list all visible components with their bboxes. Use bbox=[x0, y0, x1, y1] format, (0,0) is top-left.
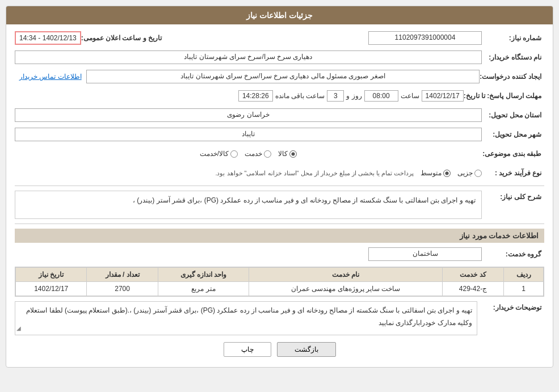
reply-time: 08:00 bbox=[364, 90, 398, 102]
category-khedmat-label: خدمت bbox=[245, 150, 262, 158]
process-jozi-label: جزیی bbox=[457, 169, 473, 177]
services-table: ردیف کد خدمت نام خدمت واحد اندازه گیری ت… bbox=[15, 267, 544, 297]
province-value: خراسان رضوی bbox=[15, 108, 482, 122]
table-row: 1ج-42-429ساخت سایر پروژه‌های مهندسی عمرا… bbox=[16, 282, 544, 296]
process-label: نوع فرآیند خرید : bbox=[482, 169, 544, 177]
category-label: طبقه بندی موضوعی: bbox=[482, 150, 544, 158]
col-unit: واحد اندازه گیری bbox=[158, 268, 249, 282]
date-value: 1402/12/13 - 14:34 bbox=[15, 31, 81, 45]
process-motavasset-item[interactable]: متوسط bbox=[421, 169, 451, 177]
process-note: پرداخت تمام یا بخشی از مبلغ خریدار از مح… bbox=[215, 170, 414, 177]
button-row: بازگشت چاپ bbox=[15, 342, 544, 357]
category-khedmat-item[interactable]: خدمت bbox=[245, 150, 271, 158]
need-desc-label: شرح کلی نیاز: bbox=[482, 191, 544, 201]
category-kala-label: کالا bbox=[278, 150, 288, 158]
reply-remaining-label: ساعت باقی مانده bbox=[275, 92, 325, 100]
reply-days: 3 bbox=[327, 90, 344, 102]
category-both-item[interactable]: کالا/خدمت bbox=[200, 150, 238, 158]
buyer-desc-value: تهیه و اجرای بتن اسفالتی با سنگ شکسته از… bbox=[26, 306, 472, 327]
date-label: تاریخ و ساعت اعلان عمومی: bbox=[81, 34, 165, 42]
panel-header: جزئیات اطلاعات نیاز bbox=[6, 6, 553, 24]
need-number-value: 1102097391000004 bbox=[368, 31, 482, 45]
creator-value: اصغر صبوری مسئول مالی دهیاری سرخ سرا/سرخ… bbox=[86, 70, 480, 83]
buyer-desc-label: توضیحات خریدار: bbox=[482, 301, 544, 311]
reply-date: 1402/12/17 bbox=[422, 90, 464, 102]
col-row-num: ردیف bbox=[504, 268, 544, 282]
category-kala-item[interactable]: کالا bbox=[278, 150, 297, 158]
category-both-radio[interactable] bbox=[230, 150, 238, 158]
col-date: تاریخ نیاز bbox=[16, 268, 87, 282]
category-khedmat-radio[interactable] bbox=[264, 150, 271, 158]
col-service-name: نام خدمت bbox=[249, 268, 443, 282]
city-label: شهر محل تحویل: bbox=[482, 130, 544, 138]
services-section-header: اطلاعات خدمات مورد نیاز bbox=[15, 229, 544, 243]
service-group-value: ساختمان bbox=[368, 247, 482, 261]
need-number-label: شماره نیاز: bbox=[482, 34, 544, 42]
reply-days-label: روز و bbox=[346, 92, 362, 100]
back-button[interactable]: بازگشت bbox=[277, 342, 336, 357]
buyer-desc-box: تهیه و اجرای بتن اسفالتی با سنگ شکسته از… bbox=[15, 301, 477, 335]
process-motavasset-label: متوسط bbox=[421, 169, 442, 177]
service-group-label: گروه خدمت: bbox=[482, 250, 544, 258]
need-desc-value: تهیه و اجرای بتن اسفالتی با سنگ شکسته از… bbox=[15, 191, 482, 219]
process-motavasset-radio[interactable] bbox=[443, 170, 451, 177]
resize-icon: ◢ bbox=[16, 323, 21, 334]
print-button[interactable]: چاپ bbox=[224, 342, 271, 357]
panel-title: جزئیات اطلاعات نیاز bbox=[246, 11, 313, 20]
reply-deadline-label: مهلت ارسال پاسخ: تا تاریخ: bbox=[464, 92, 544, 100]
contact-link[interactable]: اطلاعات تماس خریدار bbox=[15, 73, 86, 81]
process-jozi-radio[interactable] bbox=[474, 170, 482, 177]
category-kala-radio[interactable] bbox=[289, 150, 297, 158]
reply-remaining: 14:28:26 bbox=[238, 90, 273, 102]
category-radio-group: کالا خدمت کالا/خدمت bbox=[15, 150, 482, 158]
creator-label: ایجاد کننده درخواست: bbox=[480, 73, 544, 81]
col-service-code: کد خدمت bbox=[443, 268, 504, 282]
category-both-label: کالا/خدمت bbox=[200, 150, 229, 158]
city-value: تایباد bbox=[15, 128, 482, 141]
col-quantity: تعداد / مقدار bbox=[87, 268, 158, 282]
process-jozi-item[interactable]: جزیی bbox=[457, 169, 482, 177]
reply-time-label: ساعت bbox=[401, 92, 419, 100]
province-label: استان محل تحویل: bbox=[482, 111, 544, 119]
buyer-name-value: دهیاری سرخ سرا/سرخ سرای شهرستان تایباد bbox=[15, 50, 482, 64]
buyer-name-label: نام دستگاه خریدار: bbox=[482, 53, 544, 61]
